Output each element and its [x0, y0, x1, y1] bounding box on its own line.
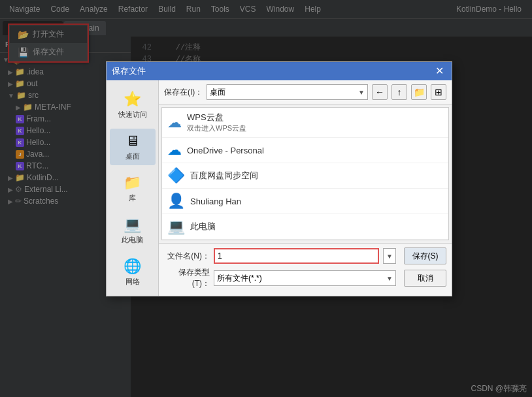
dialog-sidebar: ⭐ 快速访问 🖥 桌面 📁 库 💻 此电脑 — [107, 80, 159, 296]
wps-desc: 双击进入WPS云盘 — [187, 123, 246, 133]
dialog-bottom: 文件名(N)： ▼ 保存(S) 保存类型(T)： 所有文件(*.*) ▼ — [159, 243, 452, 296]
file-item-wps[interactable]: ☁ WPS云盘 双击进入WPS云盘 — [162, 108, 448, 138]
dialog-title-bar: 保存文件 ✕ — [107, 62, 452, 80]
quick-access-label: 快速访问 — [118, 110, 147, 119]
nav-newfolder-button[interactable]: 📁 — [411, 84, 427, 100]
save-dialog: 保存文件 ✕ ⭐ 快速访问 🖥 桌面 📁 库 — [106, 61, 452, 296]
combo-arrow-icon: ▼ — [358, 89, 365, 96]
sidebar-quick-access[interactable]: ⭐ 快速访问 — [110, 87, 156, 123]
location-combo[interactable]: 桌面 ▼ — [207, 84, 368, 100]
sidebar-library[interactable]: 📁 库 — [110, 170, 156, 207]
baidu-icon: 🔷 — [167, 167, 185, 184]
dialog-close-button[interactable]: ✕ — [433, 66, 446, 76]
pc-name: 此电脑 — [190, 221, 216, 232]
onedrive-name: OneDrive - Personal — [187, 146, 264, 155]
user-icon: 👤 — [167, 193, 185, 210]
file-item-thispc[interactable]: 💻 此电脑 — [162, 214, 448, 240]
dialog-overlay: 保存文件 ✕ ⭐ 快速访问 🖥 桌面 📁 库 — [0, 0, 532, 397]
file-item-user[interactable]: 👤 Shuliang Han — [162, 189, 448, 214]
filetype-combo[interactable]: 所有文件(*.*) ▼ — [214, 270, 396, 286]
wps-info: WPS云盘 双击进入WPS云盘 — [187, 112, 246, 133]
user-info: Shuliang Han — [190, 197, 241, 206]
network-label: 网络 — [125, 277, 140, 287]
thispc-label: 此电脑 — [122, 235, 143, 245]
nav-back-button[interactable]: ← — [372, 84, 388, 100]
library-icon: 📁 — [124, 174, 141, 191]
onedrive-info: OneDrive - Personal — [187, 146, 264, 155]
ide-window: Navigate Code Analyze Refactor Build Run… — [0, 0, 532, 397]
dialog-title: 保存文件 — [112, 65, 146, 77]
sidebar-network[interactable]: 🌐 网络 — [110, 254, 156, 291]
dialog-file-list: ☁ WPS云盘 双击进入WPS云盘 ☁ OneDrive - Personal — [161, 107, 449, 240]
save-button[interactable]: 保存(S) — [404, 247, 446, 264]
nav-up-button[interactable]: ↑ — [391, 84, 407, 100]
library-label: 库 — [129, 193, 136, 203]
sidebar-thispc[interactable]: 💻 此电脑 — [110, 212, 156, 249]
filename-combo-btn[interactable]: ▼ — [383, 248, 396, 264]
dialog-body: ⭐ 快速访问 🖥 桌面 📁 库 💻 此电脑 — [107, 80, 452, 296]
pc-info: 此电脑 — [190, 221, 216, 232]
filename-row: 文件名(N)： ▼ 保存(S) — [164, 247, 446, 264]
filename-input[interactable] — [214, 248, 379, 264]
location-value: 桌面 — [210, 87, 225, 98]
file-item-baidu[interactable]: 🔷 百度网盘同步空间 — [162, 163, 448, 189]
cancel-button[interactable]: 取消 — [404, 270, 446, 287]
dialog-main: 保存在(I)： 桌面 ▼ ← ↑ 📁 ⊞ ☁ — [159, 80, 452, 296]
watermark: CSDN @韩骡亮 — [471, 383, 527, 394]
filetype-row: 保存类型(T)： 所有文件(*.*) ▼ 取消 — [164, 267, 446, 289]
location-label: 保存在(I)： — [164, 87, 203, 98]
file-item-onedrive[interactable]: ☁ OneDrive - Personal — [162, 138, 448, 163]
filetype-arrow-icon: ▼ — [386, 275, 393, 282]
baidu-name: 百度网盘同步空间 — [190, 170, 258, 182]
filename-label: 文件名(N)： — [164, 251, 210, 262]
filetype-label: 保存类型(T)： — [164, 267, 210, 289]
wps-name: WPS云盘 — [187, 112, 246, 123]
desktop-icon: 🖥 — [125, 133, 140, 150]
network-icon: 🌐 — [124, 258, 141, 275]
wps-icon: ☁ — [167, 114, 182, 131]
filetype-value: 所有文件(*.*) — [217, 273, 262, 284]
pc-icon: 💻 — [167, 218, 185, 235]
desktop-label: 桌面 — [125, 151, 140, 161]
dialog-actions: 保存(S) — [404, 247, 446, 264]
onedrive-icon: ☁ — [167, 142, 182, 159]
user-name: Shuliang Han — [190, 197, 241, 206]
dialog-toolbar: 保存在(I)： 桌面 ▼ ← ↑ 📁 ⊞ — [159, 80, 452, 104]
sidebar-desktop[interactable]: 🖥 桌面 — [110, 129, 156, 165]
quick-access-icon: ⭐ — [124, 91, 141, 108]
view-toggle-button[interactable]: ⊞ — [431, 84, 446, 100]
thispc-icon: 💻 — [124, 216, 141, 233]
baidu-info: 百度网盘同步空间 — [190, 170, 258, 182]
